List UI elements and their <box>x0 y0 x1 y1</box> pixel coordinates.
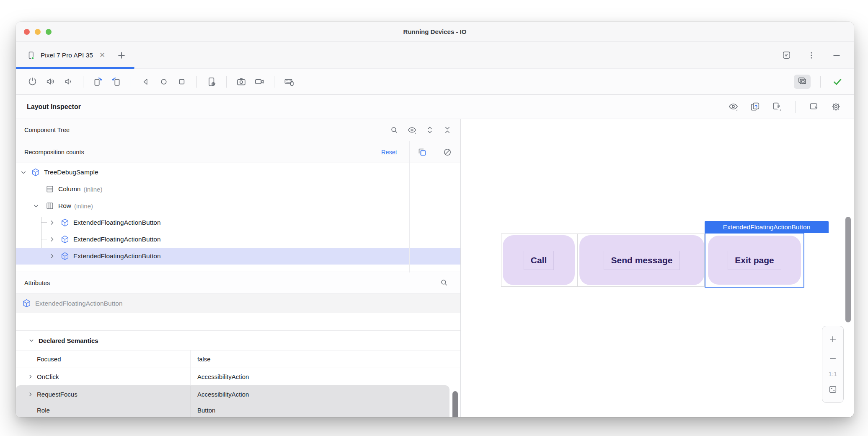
tab-label: Pixel 7 Pro API 35 <box>41 52 93 59</box>
chevron-right-icon[interactable] <box>48 218 56 227</box>
view-options-eye-icon[interactable] <box>407 125 417 135</box>
reset-counts-link[interactable]: Reset <box>381 149 397 156</box>
zoom-controls: 1:1 <box>822 326 844 403</box>
zoom-in-button[interactable] <box>826 332 840 346</box>
search-icon[interactable] <box>390 125 399 135</box>
tree-node-row[interactable]: Row (inline) <box>16 197 460 214</box>
power-icon[interactable] <box>25 75 39 89</box>
tree-node-label: Row <box>58 202 71 210</box>
attribute-row-requestfocus[interactable]: RequestFocus AccessibilityAction <box>16 385 450 403</box>
collapse-all-icon[interactable] <box>443 125 452 135</box>
layer-spacing-icon[interactable] <box>770 100 784 114</box>
rotate-right-icon[interactable] <box>109 75 123 89</box>
toolbar-separator <box>795 101 796 113</box>
settings-gear-icon[interactable] <box>829 100 843 114</box>
chevron-right-icon[interactable] <box>48 252 56 260</box>
declared-semantics-header[interactable]: Declared Semantics <box>16 331 460 350</box>
device-settings-icon[interactable] <box>204 75 219 89</box>
rotate-left-icon[interactable] <box>91 75 105 89</box>
chevron-right-icon[interactable] <box>27 373 34 380</box>
chevron-right-icon[interactable] <box>48 235 56 244</box>
tab-bar: Pixel 7 Pro API 35 ✕ <box>16 42 854 69</box>
row-layout-icon <box>45 201 54 210</box>
zoom-actual-size-button[interactable]: 1:1 <box>829 370 837 377</box>
attributes-scrollbar-thumb[interactable] <box>452 391 458 417</box>
attribute-value: AccessibilityAction <box>197 391 249 398</box>
skip-counts-icon[interactable] <box>442 147 452 157</box>
traffic-lights <box>24 29 52 35</box>
attribute-name: RequestFocus <box>37 391 78 398</box>
chevron-down-icon[interactable] <box>19 168 28 176</box>
attribute-row-role[interactable]: Role Button <box>16 403 450 417</box>
component-tree-header: Component Tree <box>16 119 460 141</box>
call-button-label: Call <box>524 251 554 270</box>
toolbar-separator <box>226 76 227 88</box>
overview-icon[interactable] <box>175 75 189 89</box>
call-button[interactable]: Call <box>503 235 575 285</box>
home-icon[interactable] <box>157 75 171 89</box>
chevron-right-icon[interactable] <box>27 391 34 398</box>
compose-node-icon <box>60 218 70 227</box>
selection-tooltip: ExtendedFloatingActionButton <box>705 221 829 233</box>
tree-node-label: TreeDebugSample <box>44 169 98 176</box>
preview-scrollbar-thumb[interactable] <box>845 217 851 322</box>
chevron-down-icon[interactable] <box>28 337 35 344</box>
send-message-button-label: Send message <box>604 251 679 270</box>
tree-node-treedebugsample[interactable]: TreeDebugSample <box>16 164 460 181</box>
device-render-surface[interactable]: Call Send message ExtendedFloatingAction… <box>461 119 854 417</box>
layout-inspector-toggle-button[interactable] <box>794 75 811 89</box>
close-window-button[interactable] <box>24 29 30 35</box>
inspection-check-icon[interactable] <box>830 75 845 89</box>
attribute-highlight-group: RequestFocus AccessibilityAction Role Bu… <box>16 385 450 417</box>
back-icon[interactable] <box>139 75 153 89</box>
tab-pixel-7-pro[interactable]: Pixel 7 Pro API 35 ✕ <box>26 50 105 60</box>
minimize-window-button[interactable] <box>35 29 41 35</box>
screen-record-icon[interactable] <box>252 75 266 89</box>
select-component-icon[interactable] <box>807 100 821 114</box>
search-icon[interactable] <box>439 278 449 287</box>
selected-component-name: ExtendedFloatingActionButton <box>35 300 123 307</box>
tree-node-label: Column <box>58 185 80 193</box>
view-options-eye-icon[interactable] <box>726 100 740 114</box>
attribute-value: false <box>197 356 211 363</box>
tree-node-label: ExtendedFloatingActionButton <box>73 252 161 260</box>
hardware-input-icon[interactable] <box>282 75 296 89</box>
hide-minimize-icon[interactable] <box>829 48 844 62</box>
tree-node-efab-3-selected[interactable]: ExtendedFloatingActionButton <box>16 248 460 265</box>
selection-outline <box>705 233 804 288</box>
attribute-row-focused[interactable]: Focused false <box>16 350 460 368</box>
attribute-value: AccessibilityAction <box>197 373 249 380</box>
tab-close-icon[interactable]: ✕ <box>99 51 105 60</box>
attributes-header: Attributes <box>16 272 460 294</box>
screenshot-camera-icon[interactable] <box>234 75 248 89</box>
layout-inspector-panel: Component Tree <box>16 119 461 417</box>
device-phone-icon <box>26 50 36 60</box>
volume-down-icon[interactable] <box>61 75 75 89</box>
tree-node-efab-2[interactable]: ExtendedFloatingActionButton <box>16 231 460 248</box>
device-toolbar <box>16 69 854 95</box>
tree-node-column[interactable]: Column (inline) <box>16 181 460 197</box>
compose-node-icon <box>60 252 70 261</box>
tree-node-efab-1[interactable]: ExtendedFloatingActionButton <box>16 214 460 231</box>
window-title: Running Devices - IO <box>403 28 467 35</box>
toolbar-separator <box>131 76 131 88</box>
zoom-out-button[interactable] <box>826 351 840 366</box>
compose-node-icon <box>31 168 40 177</box>
embed-window-icon[interactable] <box>779 48 793 62</box>
more-vertical-icon[interactable] <box>804 48 819 62</box>
zoom-to-fit-icon[interactable] <box>826 382 840 397</box>
chevron-down-icon[interactable] <box>32 202 40 210</box>
volume-up-icon[interactable] <box>43 75 57 89</box>
send-message-button[interactable]: Send message <box>579 235 704 285</box>
inline-suffix: (inline) <box>83 186 102 193</box>
compose-node-icon <box>22 298 31 308</box>
recomposition-counts-icon[interactable] <box>417 147 427 157</box>
toolbar-separator <box>820 76 821 88</box>
zoom-window-button[interactable] <box>46 29 52 35</box>
export-snapshot-icon[interactable] <box>748 100 762 114</box>
add-tab-button[interactable] <box>116 50 127 61</box>
compose-node-icon <box>60 235 70 244</box>
attribute-row-onclick[interactable]: OnClick AccessibilityAction <box>16 368 460 385</box>
tree-node-label: ExtendedFloatingActionButton <box>73 219 161 226</box>
expand-all-icon[interactable] <box>425 125 434 135</box>
